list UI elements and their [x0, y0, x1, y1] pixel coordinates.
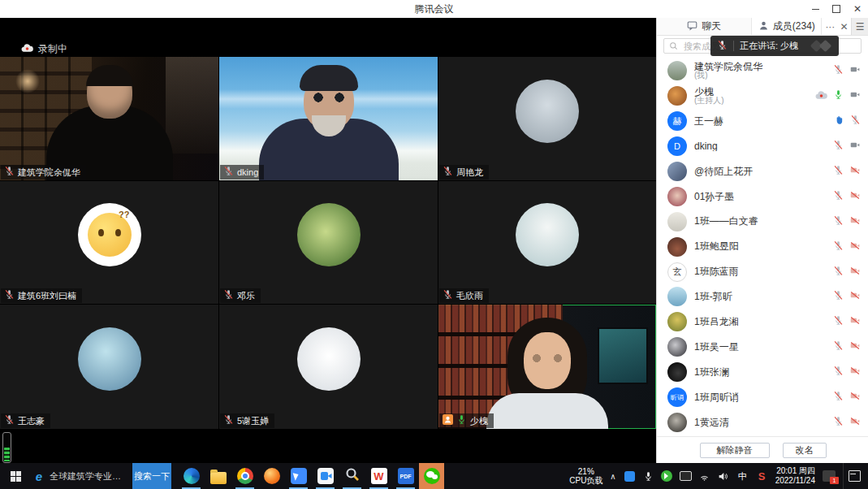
- tab-chat[interactable]: 聊天: [657, 18, 752, 35]
- member-row[interactable]: 少槐(主持人): [657, 84, 868, 109]
- camera-muted-icon[interactable]: [849, 365, 861, 379]
- mic-muted-icon[interactable]: [833, 189, 844, 204]
- camera-muted-icon[interactable]: [849, 289, 861, 304]
- tray-overflow-chevron[interactable]: ∧: [610, 472, 615, 481]
- camera-muted-icon[interactable]: [849, 314, 861, 329]
- taskbar-app-kite-app[interactable]: [285, 463, 312, 489]
- sogou-tray-icon[interactable]: S: [756, 470, 768, 483]
- member-row[interactable]: 玄1班陈蓝雨: [657, 259, 868, 284]
- taskbar-app-edge[interactable]: [178, 463, 205, 489]
- camera-muted-icon[interactable]: [849, 265, 861, 279]
- member-row[interactable]: 1班吕龙湘: [657, 309, 868, 335]
- mic-tray-icon[interactable]: [642, 470, 654, 483]
- camera-muted-icon[interactable]: [849, 189, 861, 204]
- member-row[interactable]: 1班鲍昱阳: [657, 234, 868, 259]
- meeting-tray-icon[interactable]: [624, 470, 636, 483]
- start-button[interactable]: [0, 463, 31, 489]
- unmute-button[interactable]: 解除静音: [700, 443, 770, 458]
- tab-members[interactable]: 成员(234): [752, 18, 822, 35]
- mic-on-icon[interactable]: [833, 89, 844, 103]
- member-status-icons: [833, 139, 861, 154]
- mic-muted-icon[interactable]: [833, 139, 844, 154]
- mic-muted-icon[interactable]: [833, 289, 844, 304]
- taskbar-app-wps[interactable]: W: [365, 463, 392, 489]
- person-icon: [758, 20, 769, 33]
- minimize-button[interactable]: [805, 0, 826, 18]
- meeting-logo-watermark: [810, 39, 835, 53]
- taskbar-clock[interactable]: 20:01 周四 2022/11/24: [775, 466, 815, 486]
- member-text: @待陌上花开: [694, 167, 826, 177]
- panel-close-button[interactable]: ✕: [840, 21, 848, 32]
- video-tile[interactable]: 邓乐: [219, 181, 438, 304]
- mic-muted-icon[interactable]: [833, 390, 844, 405]
- hand-raised-icon[interactable]: [834, 114, 844, 128]
- taskbar-search-widget[interactable]: e 全球建筑学专业大学... 搜索一下: [31, 463, 171, 489]
- member-status-icons: [833, 314, 861, 329]
- member-row[interactable]: 1班——白文睿: [657, 209, 868, 234]
- volume-tray-icon[interactable]: [717, 470, 729, 483]
- mic-muted-icon[interactable]: [833, 214, 844, 229]
- mic-muted-icon[interactable]: [850, 114, 861, 128]
- member-row[interactable]: Ddking: [657, 134, 868, 159]
- mic-muted-icon[interactable]: [833, 365, 844, 379]
- rename-button[interactable]: 改名: [783, 443, 827, 458]
- member-row[interactable]: 1班吴一星: [657, 335, 868, 360]
- mic-muted-icon[interactable]: [833, 240, 844, 254]
- camera-muted-icon[interactable]: [849, 415, 861, 430]
- camera-off-icon[interactable]: [849, 63, 861, 78]
- member-row[interactable]: 1班张澜: [657, 360, 868, 385]
- mic-muted-icon: [223, 165, 234, 180]
- notification-badge: 1: [830, 477, 839, 484]
- close-button[interactable]: ✕: [847, 0, 868, 18]
- taskbar-app-wechat[interactable]: [419, 463, 444, 489]
- member-row[interactable]: 1黄远清: [657, 409, 868, 435]
- taskbar-app-chrome[interactable]: [231, 463, 258, 489]
- taskbar-app-browser-360[interactable]: [258, 463, 285, 489]
- record-cloud-icon[interactable]: [815, 89, 827, 103]
- ime-indicator[interactable]: 中: [736, 470, 749, 483]
- taskbar-app-magnifier-app[interactable]: [339, 463, 365, 489]
- video-tile[interactable]: 5谢玉婵: [219, 305, 438, 429]
- member-row[interactable]: @待陌上花开: [657, 159, 868, 184]
- member-row[interactable]: 01孙子墨: [657, 184, 868, 209]
- video-tile[interactable]: ??建筑6班刘曰楠: [0, 181, 218, 304]
- video-tile[interactable]: dking: [219, 57, 438, 180]
- video-tile[interactable]: 建筑学院余侃华: [0, 57, 218, 180]
- video-tile[interactable]: 毛欣雨: [438, 181, 656, 304]
- mic-muted-icon[interactable]: [833, 265, 844, 279]
- cpu-load-indicator[interactable]: 21% CPU负载: [569, 467, 602, 486]
- camera-off-icon[interactable]: [849, 139, 861, 154]
- mic-muted-icon[interactable]: [833, 340, 844, 354]
- video-tile[interactable]: 少槐: [438, 305, 656, 429]
- taskbar-search-button[interactable]: 搜索一下: [132, 463, 171, 489]
- panel-menu-button[interactable]: ☰: [851, 18, 868, 35]
- mic-muted-icon[interactable]: [833, 63, 844, 78]
- action-center-button[interactable]: [843, 463, 865, 489]
- member-status-icons: [833, 265, 861, 279]
- camera-muted-icon[interactable]: [849, 340, 861, 354]
- mic-muted-icon[interactable]: [833, 415, 844, 430]
- signal-tray-icon[interactable]: [698, 470, 710, 483]
- more-button[interactable]: ···: [825, 21, 835, 32]
- taskbar-app-pdf[interactable]: PDF: [392, 463, 419, 489]
- taskbar-app-tencent-meeting[interactable]: [312, 463, 339, 489]
- booster-tray-icon[interactable]: [661, 470, 673, 483]
- camera-muted-icon[interactable]: [849, 390, 861, 405]
- camera-muted-icon[interactable]: [849, 164, 861, 179]
- restore-button[interactable]: [826, 0, 847, 18]
- camera-muted-icon[interactable]: [849, 214, 861, 229]
- video-tile[interactable]: 王志豪: [0, 305, 218, 429]
- camera-tray-icon[interactable]: [680, 470, 692, 483]
- member-row[interactable]: 建筑学院余侃华(我): [657, 58, 868, 84]
- mic-muted-icon[interactable]: [833, 314, 844, 329]
- taskbar-app-file-explorer[interactable]: [205, 463, 231, 489]
- camera-muted-icon[interactable]: [849, 240, 861, 254]
- video-tile[interactable]: 周艳龙: [438, 57, 656, 180]
- member-row[interactable]: 昕诮1班周昕诮: [657, 385, 868, 410]
- member-row[interactable]: 1班-郭昕: [657, 284, 868, 309]
- camera-off-icon[interactable]: [849, 89, 861, 103]
- member-row[interactable]: 赫王一赫: [657, 109, 868, 134]
- mic-muted-icon[interactable]: [833, 164, 844, 179]
- media-tray-icon[interactable]: 1: [823, 470, 836, 482]
- avatar: [667, 413, 687, 432]
